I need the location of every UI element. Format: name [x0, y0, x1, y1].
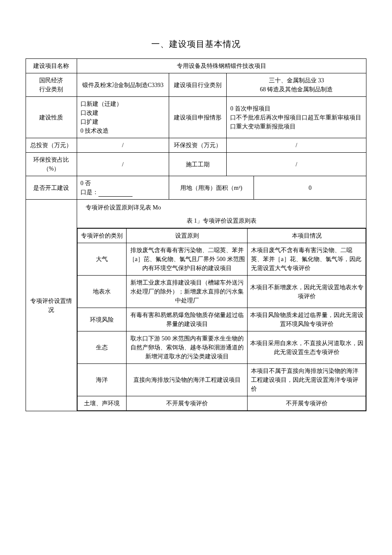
table-row: 土壤、声环境 不开展专项评价 不开展专项评价: [77, 396, 366, 411]
main-form-table: 建设项目名称 专用设备及特殊钢精锻件技改项目 国民经济 行业类别 锻件及粉末冶金…: [26, 58, 366, 411]
value-env-invest: /: [227, 138, 366, 153]
table-row: 大气 排放废气含有毒有害污染物、二噁英、苯并［a］芘、氟化物、氯气且厂界外 50…: [77, 243, 366, 276]
sub-cat: 大气: [77, 243, 126, 276]
value-started: 0 否 口是：: [77, 176, 169, 200]
value-construct-period: /: [227, 153, 366, 176]
sub-cat: 地表水: [77, 276, 126, 308]
value-build-nature: 口新建（迁建） 口改建 口扩建 0 技术改造: [77, 97, 169, 138]
sub-header-situation: 本项目情况: [248, 229, 366, 243]
sub-principle: 有毒有害和易燃易爆危险物质存储量超过临界量的建设项目: [126, 308, 247, 331]
label-apply-type: 建设项目申报情形: [169, 97, 227, 138]
label-special-eval: 专项评价设置情况: [26, 200, 77, 411]
table-row: 生态 取水口下游 500 米范围内有重要水生生物的自然产卵场、索饵场、越冬场和洄…: [77, 331, 366, 364]
value-total-invest: /: [77, 138, 169, 153]
value-env-ratio: /: [77, 153, 169, 176]
label-land-area: 用地（用海）面积（m²): [169, 176, 254, 200]
sub-situation: 本项目采用自来水，不直接从河道取水，因此无需设置生态专项评价: [248, 331, 366, 364]
sub-table: 专项评价的类别 设置原则 本项目情况 大气 排放废气含有毒有害污染物、二噁英、苯…: [77, 228, 366, 411]
sub-principle: 排放废气含有毒有害污染物、二噁英、苯并［a］芘、氟化物、氯气且厂界外 500 米…: [126, 243, 247, 276]
label-env-ratio: 环保投资占比（%）: [26, 153, 77, 176]
label-build-nature: 建设性质: [26, 97, 77, 138]
value-project-name: 专用设备及特殊钢精锻件技改项目: [77, 59, 366, 73]
sub-heading: 专项评价设置原则详见表 Mo: [77, 200, 366, 214]
sub-principle: 新增工业废水直排建设项目（槽罐车外送污水处理厂的除外）；新增废水直排的污水集中处…: [126, 276, 247, 308]
sub-cat: 土壤、声环境: [77, 396, 126, 411]
sub-situation: 木项目不新增废水，因此无需设置地表水专项评价: [248, 276, 366, 308]
sub-situation: 本项目不属于直接向海排放污染物的海洋工程建设项目，因此无需设置海洋专项评价: [248, 364, 366, 396]
sub-principle: 取水口下游 500 米范围内有重要水生生物的自然产卵场、索饵场、越冬场和洄游通道…: [126, 331, 247, 364]
sub-table-title: 表 1」专项评价设置原则表: [77, 214, 366, 228]
table-row: 海洋 直接向海排放污染物的海洋工程建设项目 本项目不属于直接向海排放污染物的海洋…: [77, 364, 366, 396]
sub-header-principle: 设置原则: [126, 229, 247, 243]
table-row: 地表水 新增工业废水直排建设项目（槽罐车外送污水处理厂的除外）；新增废水直排的污…: [77, 276, 366, 308]
label-construct-period: 施工工期: [169, 153, 227, 176]
sub-situation: 不开展专项评价: [248, 396, 366, 411]
sub-principle: 直接向海排放污染物的海洋工程建设项目: [126, 364, 247, 396]
started-yes-option: 口是：: [81, 189, 98, 195]
value-apply-type: 0 首次申报项目 口不予批准后再次申报项目口超五年重新审核项目口重大变动重新报批…: [227, 97, 366, 138]
page-title: 一、建设项目基本情况: [26, 38, 366, 50]
label-env-invest: 环保投资（万元）: [169, 138, 227, 153]
started-yes-blank: [98, 196, 133, 197]
label-project-name: 建设项目名称: [26, 59, 77, 73]
table-row: 环境风险 有毒有害和易燃易爆危险物质存储量超过临界量的建设项目 本项目风险物质未…: [77, 308, 366, 331]
started-no-option: 0 否: [81, 180, 91, 186]
label-proj-industry: 建设项目行业类别: [169, 73, 227, 97]
value-land-area: 0: [254, 176, 366, 200]
label-total-invest: 总投资（万元）: [26, 138, 77, 153]
label-econ-category: 国民经济 行业类别: [26, 73, 77, 97]
sub-cat: 环境风险: [77, 308, 126, 331]
sub-header-category: 专项评价的类别: [77, 229, 126, 243]
sub-cat: 生态: [77, 331, 126, 364]
sub-cat: 海洋: [77, 364, 126, 396]
label-started: 是否开工建设: [26, 176, 77, 200]
sub-principle: 不开展专项评价: [126, 396, 247, 411]
value-econ-category: 锻件及粉末冶金制品制造C3393: [77, 73, 169, 97]
value-proj-industry: 三十、金属制品业 33 68 铸造及其他金属制品制造: [227, 73, 366, 97]
sub-situation: 木项目废气不含有毒有害污染物、二噁英、苯并［a］花、氟化物、氯气等，因此无需设置…: [248, 243, 366, 276]
sub-situation: 本项目风险物质未超过临界量，因此无需设置环境风险专项评价: [248, 308, 366, 331]
